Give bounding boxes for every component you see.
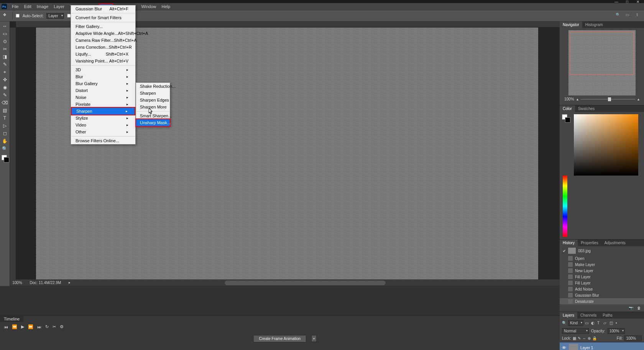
lock-icon-1[interactable]: ✎ xyxy=(578,336,581,340)
tool-button-2[interactable]: ⊙ xyxy=(1,38,9,45)
zoom-readout[interactable]: 100% xyxy=(12,281,22,285)
menu-image[interactable]: Image xyxy=(34,3,51,10)
fgbg-color-swatch[interactable] xyxy=(1,154,9,163)
history-state[interactable]: Fill Layer xyxy=(560,280,644,286)
tool-button-1[interactable]: ▭ xyxy=(1,30,9,38)
navigator-zoom-readout[interactable]: 100% xyxy=(564,97,574,101)
create-animation-dropdown[interactable]: ▾ xyxy=(311,335,317,342)
timeline-control-4[interactable]: ⏭ xyxy=(37,325,41,329)
menu-item-camera-raw[interactable]: Camera Raw Filter...Shift+Ctrl+A xyxy=(71,37,135,44)
tool-button-5[interactable]: ✎ xyxy=(1,61,9,68)
lock-icon-4[interactable]: 🔒 xyxy=(592,336,597,340)
history-state[interactable]: Make Layer xyxy=(560,261,644,268)
color-picker-field[interactable] xyxy=(574,114,638,176)
adjustments-tab[interactable]: Adjustments xyxy=(601,240,629,246)
lock-icon-2[interactable]: ↔ xyxy=(582,336,586,340)
navigator-zoom-slider[interactable] xyxy=(581,99,635,100)
history-state[interactable]: Gaussian Blur xyxy=(560,292,644,298)
layer-filter-icon-4[interactable]: ◫ xyxy=(610,321,614,325)
menu-item-convert-smart[interactable]: Convert for Smart Filters xyxy=(71,14,135,21)
tool-button-13[interactable]: ▷ xyxy=(1,122,9,130)
auto-select-checkbox[interactable] xyxy=(16,14,20,18)
menu-item-browse-online[interactable]: Browse Filters Online... xyxy=(71,137,135,144)
navigator-thumbnail[interactable] xyxy=(568,30,636,95)
history-state[interactable]: Desaturate xyxy=(560,298,644,304)
navigator-tab[interactable]: Navigator xyxy=(560,21,582,28)
menu-window[interactable]: Window xyxy=(138,3,159,10)
filter-kind-dropdown[interactable]: Kind xyxy=(568,320,583,326)
lock-icon-0[interactable]: ▦ xyxy=(573,336,576,340)
menu-item-other[interactable]: Other▸ xyxy=(71,128,135,135)
paths-tab[interactable]: Paths xyxy=(600,312,616,319)
menu-item-blur-gallery[interactable]: Blur Gallery▸ xyxy=(71,80,135,87)
histogram-tab[interactable]: Histogram xyxy=(582,21,606,28)
window-close[interactable]: ✕ xyxy=(632,0,643,3)
history-state[interactable]: Fill Layer xyxy=(560,274,644,280)
navigator-viewbox[interactable] xyxy=(570,32,634,75)
submenu-item-sharpen[interactable]: Sharpen xyxy=(136,90,170,97)
zoom-in-icon[interactable]: ▴ xyxy=(637,97,639,101)
tool-button-11[interactable]: ▤ xyxy=(1,107,9,114)
timeline-control-3[interactable]: ⏩ xyxy=(28,324,33,329)
tool-button-16[interactable]: 🔍 xyxy=(1,145,9,153)
menu-help[interactable]: Help xyxy=(159,3,173,10)
menu-item-adaptive-wide[interactable]: Adaptive Wide Angle...Alt+Shift+Ctrl+A xyxy=(71,30,135,37)
tool-button-3[interactable]: ✂ xyxy=(1,45,9,53)
history-tab[interactable]: History xyxy=(560,240,578,246)
share-icon[interactable]: ⇪ xyxy=(636,13,642,19)
timeline-control-5[interactable]: ↻ xyxy=(45,324,49,329)
color-fgbg-swatch[interactable] xyxy=(562,114,570,123)
menu-item-sharpen[interactable]: Sharpen▸ xyxy=(71,107,135,115)
tool-button-6[interactable]: ⌖ xyxy=(1,68,9,76)
layer-filter-icon-0[interactable]: ▭ xyxy=(585,321,590,325)
properties-tab[interactable]: Properties xyxy=(578,240,601,246)
fill-input[interactable]: 100% xyxy=(624,335,642,341)
menu-item-video[interactable]: Video▸ xyxy=(71,122,135,128)
menu-item-filter-gallery[interactable]: Filter Gallery... xyxy=(71,23,135,30)
menu-item-3d[interactable]: 3D▸ xyxy=(71,66,135,73)
visibility-icon[interactable]: 👁 xyxy=(562,345,567,350)
opacity-input[interactable]: 100% xyxy=(608,328,625,334)
window-minimize[interactable]: — xyxy=(611,0,622,3)
horizontal-scrollbar[interactable] xyxy=(225,281,386,285)
layer-filter-icon-1[interactable]: ◐ xyxy=(591,321,596,325)
menu-edit[interactable]: Edit xyxy=(21,3,34,10)
menu-item-noise[interactable]: Noise▸ xyxy=(71,94,135,101)
tool-button-4[interactable]: ◨ xyxy=(1,53,9,61)
layer-row[interactable]: 👁Layer 1 xyxy=(560,342,644,350)
tool-button-10[interactable]: ⌫ xyxy=(1,99,9,107)
color-tab[interactable]: Color xyxy=(560,105,575,112)
timeline-control-6[interactable]: ✂ xyxy=(53,324,56,329)
menu-item-liquify[interactable]: Liquify...Shift+Ctrl+X xyxy=(71,51,135,58)
layer-filter-icon-2[interactable]: T xyxy=(597,321,602,325)
submenu-item-shake-reduction[interactable]: Shake Reduction... xyxy=(136,83,170,90)
window-maximize[interactable]: □ xyxy=(622,0,632,3)
history-state[interactable]: New Layer xyxy=(560,268,644,274)
hue-slider[interactable] xyxy=(563,176,567,237)
ruler-vertical[interactable] xyxy=(10,28,16,286)
lock-icon-3[interactable]: ⊕ xyxy=(588,336,591,340)
timeline-tab[interactable]: Timeline xyxy=(0,316,23,322)
menu-item-stylize[interactable]: Stylize▸ xyxy=(71,115,135,122)
zoom-out-icon[interactable]: ▴ xyxy=(577,97,578,101)
show-transform-checkbox[interactable] xyxy=(67,14,71,18)
layer-thumbnail-icon[interactable] xyxy=(569,344,578,350)
delete-state-icon[interactable]: 🗑 xyxy=(637,306,641,310)
submenu-item-sharpen-edges[interactable]: Sharpen Edges xyxy=(136,97,170,104)
swatches-tab[interactable]: Swatches xyxy=(575,105,598,112)
tool-button-9[interactable]: ✎ xyxy=(1,91,9,99)
menu-file[interactable]: File xyxy=(9,3,21,10)
layer-name[interactable]: Layer 1 xyxy=(580,346,593,350)
menu-item-last-filter[interactable]: Gaussian BlurAlt+Ctrl+F xyxy=(71,5,135,12)
menu-item-distort[interactable]: Distort▸ xyxy=(71,87,135,94)
doc-size-readout[interactable]: Doc: 11.4M/22.9M xyxy=(30,281,61,285)
tool-button-12[interactable]: T xyxy=(1,114,9,122)
tool-button-7[interactable]: ✜ xyxy=(1,76,9,84)
layers-tab[interactable]: Layers xyxy=(560,312,577,319)
layer-filter-icon-5[interactable]: • xyxy=(616,321,620,325)
search-icon[interactable]: 🔍 xyxy=(616,13,622,19)
menu-item-blur[interactable]: Blur▸ xyxy=(71,73,135,80)
channels-tab[interactable]: Channels xyxy=(577,312,600,319)
workspace-icon[interactable]: ▭ xyxy=(626,13,632,19)
filter-kind-icon[interactable]: 🔍 xyxy=(562,321,567,325)
